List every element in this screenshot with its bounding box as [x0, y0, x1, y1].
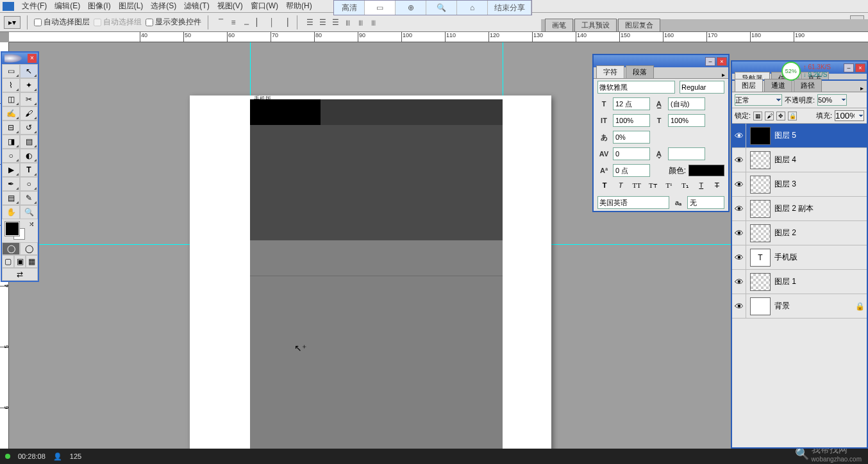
tab-layers[interactable]: 图层: [735, 79, 763, 92]
dodge-tool[interactable]: ◐: [20, 149, 38, 163]
layer-name-label[interactable]: 图层 1: [774, 276, 867, 287]
menu-file[interactable]: 文件(F): [18, 1, 51, 12]
layer-thumbnail[interactable]: [750, 176, 771, 194]
brush-tool[interactable]: 🖌: [20, 106, 38, 120]
layer-row[interactable]: 👁图层 4: [732, 148, 867, 172]
share-hd-button[interactable]: 高清: [334, 1, 365, 15]
align-top-icon[interactable]: ⎺: [215, 17, 226, 28]
menu-window[interactable]: 窗口(W): [247, 1, 282, 12]
tab-paragraph[interactable]: 段落: [626, 65, 654, 78]
layer-thumbnail[interactable]: [750, 200, 771, 218]
strikethrough-button[interactable]: T̶: [712, 181, 723, 192]
lock-all-icon[interactable]: 🔒: [788, 112, 797, 120]
eyedropper-tool[interactable]: ✎: [20, 191, 38, 205]
layer-row[interactable]: 👁T手机版: [732, 245, 867, 270]
layer-thumbnail[interactable]: T: [750, 249, 771, 267]
distribute-left-icon[interactable]: ⫼: [342, 17, 354, 28]
tab-paths[interactable]: 路径: [794, 79, 822, 92]
horizontal-ruler[interactable]: 4050607080901001101201301401501601701801…: [9, 32, 868, 42]
antialiasing-select[interactable]: 无: [687, 196, 724, 209]
distribute-bottom-icon[interactable]: ☰: [330, 17, 341, 28]
share-target-icon[interactable]: ⊕: [396, 1, 426, 15]
clone-stamp-tool[interactable]: ⊟: [2, 120, 20, 135]
show-transform-checkbox[interactable]: 显示变换控件: [146, 17, 201, 28]
lock-pixels-icon[interactable]: 🖌: [765, 112, 774, 120]
move-tool[interactable]: ↖: [20, 64, 38, 78]
magic-wand-tool[interactable]: ✦: [20, 78, 38, 92]
tools-panel-titlebar[interactable]: ×: [2, 53, 38, 64]
bold-button[interactable]: T: [599, 181, 610, 192]
pen-tool[interactable]: ✒: [2, 177, 20, 191]
share-region-icon[interactable]: ▭: [365, 1, 396, 15]
type-tool[interactable]: T: [20, 163, 38, 177]
kerning-metrics-input[interactable]: [668, 147, 705, 160]
align-vcenter-icon[interactable]: ≡: [228, 17, 239, 28]
subscript-button[interactable]: T₁: [680, 181, 691, 192]
opacity-input[interactable]: 50%: [817, 94, 847, 106]
menu-filter[interactable]: 滤镜(T): [180, 1, 213, 12]
share-home-icon[interactable]: ⌂: [457, 1, 488, 15]
hand-tool[interactable]: ✋: [2, 205, 20, 219]
lock-position-icon[interactable]: ✥: [776, 112, 785, 120]
screen-mode-standard-icon[interactable]: ▢: [2, 255, 14, 268]
layer-visibility-icon[interactable]: 👁: [732, 197, 746, 220]
blend-mode-select[interactable]: 正常: [735, 94, 782, 106]
panel-menu-icon[interactable]: ▸: [856, 85, 867, 92]
marquee-tool[interactable]: ▭: [2, 64, 20, 78]
layer-row[interactable]: 👁图层 2 副本: [732, 197, 867, 221]
layer-thumbnail[interactable]: [750, 224, 771, 242]
layer-name-label[interactable]: 图层 3: [774, 179, 867, 190]
quickmask-mode-icon[interactable]: ◯: [20, 242, 38, 255]
menu-select[interactable]: 选择(S): [147, 1, 180, 12]
shape-tool[interactable]: ○: [20, 177, 38, 191]
layer-name-label[interactable]: 图层 4: [774, 154, 867, 165]
align-left-icon[interactable]: ▏: [253, 17, 265, 28]
dock-tab-tool-presets[interactable]: 工具预设: [574, 19, 617, 31]
layer-visibility-icon[interactable]: 👁: [732, 124, 746, 147]
menu-edit[interactable]: 编辑(E): [51, 1, 84, 12]
font-style-select[interactable]: Regular: [680, 81, 724, 94]
crop-tool[interactable]: ◫: [2, 92, 20, 106]
layer-thumbnail[interactable]: [750, 273, 771, 291]
share-end-button[interactable]: 结束分享: [488, 1, 531, 15]
healing-brush-tool[interactable]: ✍: [2, 106, 20, 120]
layer-row[interactable]: 👁图层 1: [732, 270, 867, 294]
layer-name-label[interactable]: 手机版: [774, 252, 867, 263]
menu-layer[interactable]: 图层(L): [115, 1, 147, 12]
leading-input[interactable]: (自动): [668, 97, 705, 110]
layer-name-label[interactable]: 背景: [774, 301, 855, 311]
tool-preset-picker[interactable]: ▸▾: [4, 16, 21, 29]
distribute-hcenter-icon[interactable]: ⫼: [355, 17, 367, 28]
zoom-tool[interactable]: 🔍: [20, 205, 38, 219]
layer-visibility-icon[interactable]: 👁: [732, 148, 746, 172]
layer-visibility-icon[interactable]: 👁: [732, 270, 746, 294]
notes-tool[interactable]: ▤: [2, 191, 20, 205]
layer-row[interactable]: 👁背景🔒: [732, 294, 867, 319]
allcaps-button[interactable]: TT: [631, 181, 642, 192]
path-selection-tool[interactable]: ▶: [2, 163, 20, 177]
layer-visibility-icon[interactable]: 👁: [732, 294, 746, 318]
gradient-tool[interactable]: ▤: [20, 135, 38, 149]
lock-transparency-icon[interactable]: ▦: [753, 112, 762, 120]
jump-to-imageready-icon[interactable]: ⇄: [2, 268, 38, 281]
distribute-right-icon[interactable]: ⫼: [368, 17, 380, 28]
layer-visibility-icon[interactable]: 👁: [732, 172, 746, 196]
minimize-icon[interactable]: –: [705, 57, 715, 66]
close-icon[interactable]: ×: [717, 57, 727, 66]
font-size-input[interactable]: 12 点: [613, 97, 650, 110]
layer-visibility-icon[interactable]: 👁: [732, 221, 746, 245]
document-canvas[interactable]: 手机版: [190, 95, 551, 464]
superscript-button[interactable]: T¹: [664, 181, 675, 192]
swap-colors-icon[interactable]: ⤭: [29, 220, 34, 228]
layer-row[interactable]: 👁图层 5: [732, 124, 867, 148]
layer-name-label[interactable]: 图层 5: [774, 130, 867, 141]
text-color-swatch[interactable]: [689, 165, 724, 176]
close-icon[interactable]: ×: [855, 63, 865, 72]
baseline-shift-input[interactable]: [613, 164, 650, 177]
kerning-input[interactable]: 0: [613, 147, 650, 160]
layer-name-label[interactable]: 图层 2: [774, 228, 867, 238]
screen-mode-maximized-icon[interactable]: ▣: [14, 255, 26, 268]
menu-help[interactable]: 帮助(H): [282, 1, 316, 12]
tab-character[interactable]: 字符: [596, 65, 624, 78]
layer-row[interactable]: 👁图层 3: [732, 172, 867, 197]
